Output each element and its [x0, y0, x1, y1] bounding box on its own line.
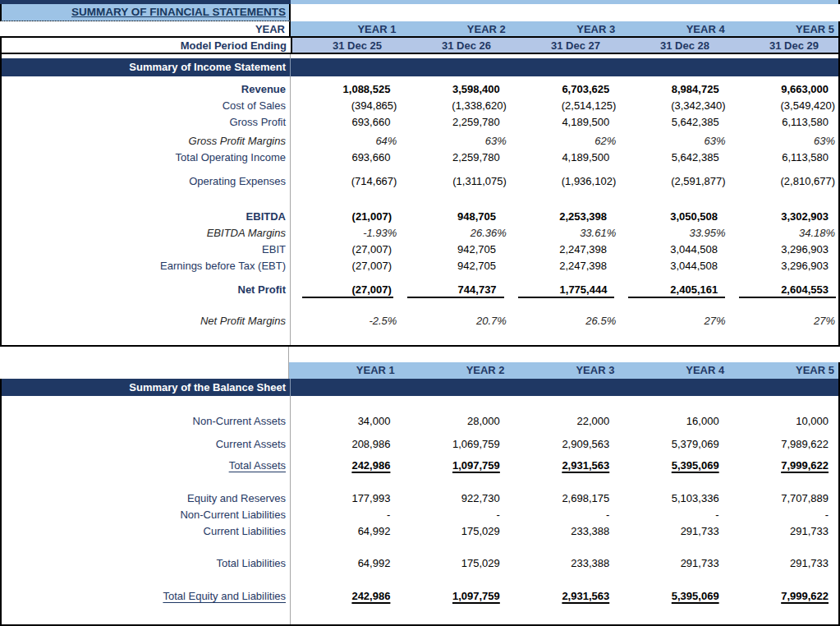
ebit-value-1[interactable]: (27,007) [291, 242, 395, 258]
ebitda-label[interactable]: EBITDA [2, 209, 291, 225]
year-header2-cell-1[interactable]: YEAR 1 [289, 362, 399, 379]
cost-of-sales-value-5[interactable]: (3,549,420) [729, 98, 838, 114]
non-current-liabilities-value-5[interactable]: - [729, 507, 838, 523]
model-period-value-1[interactable]: 31 Dec 25 [291, 38, 402, 53]
revenue-value-5[interactable]: 9,663,000 [729, 81, 838, 98]
earnings-before-tax-value-5[interactable]: 3,296,903 [728, 258, 838, 274]
year-header-cell-1[interactable]: YEAR 1 [289, 21, 400, 36]
equity-and-reserves-value-3[interactable]: 2,698,175 [510, 490, 619, 507]
gross-profit-value-2[interactable]: 2,259,780 [400, 114, 509, 131]
gross-profit-value-5[interactable]: 6,113,580 [729, 114, 838, 131]
ebitda-value-3[interactable]: 2,253,398 [506, 209, 617, 225]
total-assets-value-5[interactable]: 7,999,622 [729, 458, 838, 474]
ebitda-value-2[interactable]: 948,705 [395, 209, 506, 225]
gross-profit-margins-value-4[interactable]: 63% [619, 133, 728, 150]
cost-of-sales-label[interactable]: Cost of Sales [2, 98, 291, 114]
cost-of-sales-value-1[interactable]: (394,865) [291, 98, 400, 114]
earnings-before-tax-value-4[interactable]: 3,044,508 [617, 258, 728, 274]
total-equity-and-liabilities-value-1[interactable]: 242,986 [291, 588, 400, 605]
non-current-liabilities-label[interactable]: Non-Current Liabilities [2, 507, 291, 523]
current-assets-value-4[interactable]: 5,379,069 [619, 436, 728, 453]
ebitda-margins-value-3[interactable]: 33.61% [510, 225, 619, 242]
net-profit-margins-value-1[interactable]: -2.5% [291, 313, 400, 329]
ebitda-margins-value-4[interactable]: 33.95% [619, 225, 728, 242]
current-liabilities-value-3[interactable]: 233,388 [510, 523, 619, 540]
gross-profit-value-4[interactable]: 5,642,385 [619, 114, 728, 131]
equity-and-reserves-value-2[interactable]: 922,730 [400, 490, 509, 507]
cost-of-sales-value-3[interactable]: (2,514,125) [510, 98, 619, 114]
gross-profit-margins-value-1[interactable]: 64% [291, 133, 400, 150]
operating-expenses-value-5[interactable]: (2,810,677) [729, 173, 838, 190]
revenue-value-4[interactable]: 8,984,725 [619, 81, 728, 98]
operating-expenses-label[interactable]: Operating Expenses [2, 173, 291, 190]
net-profit-value-1[interactable]: (27,007) [302, 282, 393, 298]
earnings-before-tax-value-3[interactable]: 2,247,398 [506, 258, 617, 274]
earnings-before-tax-value-1[interactable]: (27,007) [291, 258, 395, 274]
year-header-cell-2[interactable]: YEAR 2 [400, 21, 509, 36]
total-assets-label[interactable]: Total Assets [2, 458, 291, 474]
current-assets-label[interactable]: Current Assets [2, 436, 291, 453]
model-period-value-5[interactable]: 31 Dec 29 [729, 38, 838, 53]
model-period-value-2[interactable]: 31 Dec 26 [402, 38, 511, 53]
total-equity-and-liabilities-label[interactable]: Total Equity and Liabilities [2, 588, 291, 605]
operating-expenses-value-2[interactable]: (1,311,075) [400, 173, 509, 190]
current-assets-value-1[interactable]: 208,986 [291, 436, 400, 453]
net-profit-value-4[interactable]: 2,405,161 [628, 282, 725, 298]
revenue-value-1[interactable]: 1,088,525 [291, 81, 400, 98]
current-assets-value-5[interactable]: 7,989,622 [729, 436, 838, 453]
total-operating-income-value-4[interactable]: 5,642,385 [619, 150, 728, 166]
ebitda-margins-label[interactable]: EBITDA Margins [2, 225, 291, 242]
non-current-liabilities-value-4[interactable]: - [619, 507, 728, 523]
ebitda-value-4[interactable]: 3,050,508 [617, 209, 728, 225]
net-profit-label[interactable]: Net Profit [2, 282, 291, 298]
net-profit-value-2[interactable]: 744,737 [407, 282, 504, 298]
total-equity-and-liabilities-value-4[interactable]: 5,395,069 [619, 588, 728, 605]
net-profit-margins-value-4[interactable]: 27% [619, 313, 728, 329]
gross-profit-margins-value-2[interactable]: 63% [400, 133, 509, 150]
year-header2-cell-3[interactable]: YEAR 3 [509, 362, 619, 379]
total-liabilities-value-4[interactable]: 291,733 [619, 555, 728, 572]
ebit-value-5[interactable]: 3,296,903 [728, 242, 838, 258]
current-liabilities-value-1[interactable]: 64,992 [291, 523, 400, 540]
ebitda-value-1[interactable]: (21,007) [291, 209, 395, 225]
balance-sheet-section-title[interactable]: Summary of the Balance Sheet [2, 379, 291, 396]
year-header-cell-3[interactable]: YEAR 3 [510, 21, 619, 36]
income-statement-section-title[interactable]: Summary of Income Statement [2, 58, 291, 76]
revenue-value-3[interactable]: 6,703,625 [510, 81, 619, 98]
net-profit-margins-value-2[interactable]: 20.7% [400, 313, 509, 329]
net-profit-value-3[interactable]: 1,775,444 [518, 282, 615, 298]
total-equity-and-liabilities-value-3[interactable]: 2,931,563 [510, 588, 619, 605]
gross-profit-margins-label[interactable]: Gross Profit Margins [2, 133, 291, 150]
gross-profit-value-1[interactable]: 693,660 [291, 114, 400, 131]
total-assets-value-3[interactable]: 2,931,563 [510, 458, 619, 474]
year-header-cell-4[interactable]: YEAR 4 [619, 21, 728, 36]
current-liabilities-label[interactable]: Current Liabilities [2, 523, 291, 540]
total-equity-and-liabilities-value-2[interactable]: 1,097,759 [400, 588, 509, 605]
net-profit-margins-value-3[interactable]: 26.5% [510, 313, 619, 329]
equity-and-reserves-value-5[interactable]: 7,707,889 [729, 490, 838, 507]
current-assets-value-2[interactable]: 1,069,759 [400, 436, 509, 453]
current-assets-value-3[interactable]: 2,909,563 [510, 436, 619, 453]
cost-of-sales-value-2[interactable]: (1,338,620) [400, 98, 509, 114]
total-assets-value-4[interactable]: 5,395,069 [619, 458, 728, 474]
non-current-assets-value-5[interactable]: 10,000 [729, 413, 838, 430]
total-assets-value-1[interactable]: 242,986 [291, 458, 400, 474]
non-current-assets-value-2[interactable]: 28,000 [400, 413, 509, 430]
total-operating-income-value-5[interactable]: 6,113,580 [729, 150, 838, 166]
non-current-liabilities-value-2[interactable]: - [400, 507, 509, 523]
model-period-value-4[interactable]: 31 Dec 28 [620, 38, 729, 53]
gross-profit-value-3[interactable]: 4,189,500 [510, 114, 619, 131]
model-period-value-3[interactable]: 31 Dec 27 [511, 38, 620, 53]
total-operating-income-value-3[interactable]: 4,189,500 [510, 150, 619, 166]
gross-profit-margins-value-5[interactable]: 63% [729, 133, 838, 150]
total-liabilities-label[interactable]: Total Liabilities [2, 555, 291, 572]
page-title[interactable]: SUMMARY OF FINANCIAL STATEMENTS [0, 4, 291, 21]
non-current-assets-label[interactable]: Non-Current Assets [2, 413, 291, 430]
non-current-assets-value-3[interactable]: 22,000 [510, 413, 619, 430]
year-header2-cell-5[interactable]: YEAR 5 [728, 362, 840, 379]
ebitda-margins-value-5[interactable]: 34.18% [729, 225, 838, 242]
operating-expenses-value-4[interactable]: (2,591,877) [619, 173, 728, 190]
earnings-before-tax-value-2[interactable]: 942,705 [395, 258, 506, 274]
total-liabilities-value-5[interactable]: 291,733 [729, 555, 838, 572]
non-current-assets-value-1[interactable]: 34,000 [291, 413, 400, 430]
